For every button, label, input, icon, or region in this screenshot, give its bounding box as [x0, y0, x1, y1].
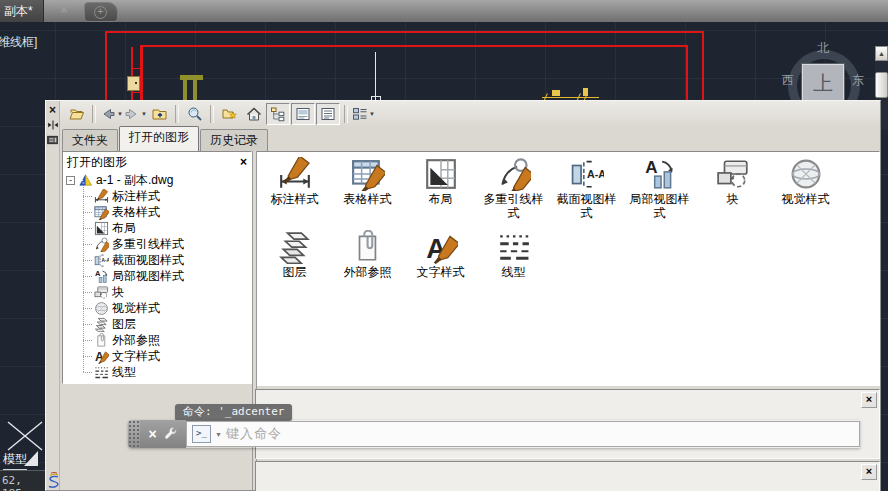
viewcube-top-face[interactable]: 上 [802, 64, 844, 103]
content-item-label[interactable]: 多重引线样式 [477, 192, 550, 220]
scrollbar-thumb[interactable] [875, 72, 888, 98]
description-toggle-button[interactable] [316, 103, 340, 125]
tree-item-visualstyle[interactable]: 视觉样式 [63, 300, 251, 316]
textstyle-icon [424, 230, 458, 264]
viewcube-north-label[interactable]: 北 [817, 40, 829, 57]
preview-pane-close-icon[interactable]: × [861, 392, 877, 408]
content-item-label[interactable]: 视觉样式 [779, 192, 833, 206]
content-item-visualstyle[interactable]: 视觉样式 [769, 157, 842, 220]
content-item-layer[interactable]: 图层 [258, 230, 331, 279]
home-button[interactable] [242, 103, 265, 125]
tab-history[interactable]: 历史记录 [200, 129, 268, 151]
tree-item-label[interactable]: 标注样式 [112, 188, 160, 205]
content-item-linetype[interactable]: 线型 [477, 230, 550, 279]
tree-item-linetype[interactable]: 线型 [63, 364, 251, 380]
home-icon [246, 106, 262, 122]
layout-tab-corner[interactable] [24, 451, 38, 466]
dropdown-arrow-icon[interactable]: ▼ [117, 111, 123, 117]
content-item-layout[interactable]: 布局 [404, 157, 477, 220]
content-item-label[interactable]: 块 [724, 192, 742, 206]
palette-title-strip[interactable]: × [46, 101, 60, 490]
tree-item-dimstyle[interactable]: 标注样式 [63, 188, 251, 204]
viewcube-east-label[interactable]: 东 [852, 72, 864, 89]
command-input[interactable]: >_ ▼ 键入命令 [186, 421, 860, 447]
palette-close-icon[interactable]: × [49, 105, 56, 116]
tree-item-label[interactable]: 块 [112, 284, 124, 301]
tree-item-label[interactable]: 文字样式 [112, 348, 160, 365]
tree-item-label[interactable]: 表格样式 [112, 204, 160, 221]
customize-wrench-icon[interactable] [164, 427, 178, 441]
model-tab[interactable]: 模型 [0, 448, 44, 470]
new-drawing-tab-button[interactable]: + [84, 2, 118, 22]
content-item-label[interactable]: 局部视图样式 [623, 192, 696, 220]
palette-properties-icon[interactable] [46, 134, 59, 146]
palette-autohide-icon[interactable] [47, 119, 59, 131]
tree-view-toggle-button[interactable] [266, 103, 290, 125]
scroll-up-icon[interactable]: ▲ [875, 46, 888, 61]
command-prompt-icon[interactable]: >_ [192, 425, 211, 443]
content-item-label[interactable]: 布局 [426, 192, 456, 206]
content-item-label[interactable]: 文字样式 [414, 265, 468, 279]
dropdown-arrow-icon[interactable]: ▼ [369, 111, 375, 117]
textstyle-icon [94, 349, 109, 364]
content-item-label[interactable]: 标注样式 [268, 192, 322, 206]
load-button[interactable] [65, 103, 88, 125]
back-button[interactable]: ▼ [100, 103, 123, 125]
tree-item-block[interactable]: 块 [63, 284, 251, 300]
tree-root-label[interactable]: a-1 - 副本.dwg [96, 172, 173, 189]
viewcube-west-label[interactable]: 西 [782, 72, 794, 89]
description-pane-close-icon[interactable]: × [861, 464, 877, 480]
tree-item-sectionstyle[interactable]: 截面视图样式 [63, 252, 251, 268]
command-bar-grip[interactable] [128, 420, 140, 448]
tab-folders[interactable]: 文件夹 [62, 129, 118, 151]
command-input-placeholder: 键入命令 [226, 425, 282, 443]
content-item-label[interactable]: 图层 [280, 265, 310, 279]
tree-item-label[interactable]: 多重引线样式 [112, 236, 184, 253]
preview-toggle-button[interactable] [291, 103, 315, 125]
content-item-label[interactable]: 表格样式 [341, 192, 395, 206]
tree-item-label[interactable]: 线型 [112, 364, 136, 381]
content-item-mleader[interactable]: 多重引线样式 [477, 157, 550, 220]
content-item-detailstyle[interactable]: 局部视图样式 [623, 157, 696, 220]
tree-item-label[interactable]: 布局 [112, 220, 136, 237]
content-item-label[interactable]: 线型 [499, 265, 529, 279]
tree-item-label[interactable]: 图层 [112, 316, 136, 333]
tree-expander-icon[interactable]: - [66, 176, 75, 185]
tree-item-detailstyle[interactable]: 局部视图样式 [63, 268, 251, 284]
drawing-line [143, 45, 688, 47]
viewport-style-label[interactable]: 维线框] [0, 34, 37, 51]
content-item-label[interactable]: 外部参照 [341, 265, 395, 279]
tab-close-icon[interactable]: × [56, 3, 72, 19]
tree-item-xref[interactable]: 外部参照 [63, 332, 251, 348]
tree-item-layer[interactable]: 图层 [63, 316, 251, 332]
content-item-dimstyle[interactable]: 标注样式 [258, 157, 331, 220]
drawing-line [702, 31, 704, 100]
tree-item-textstyle[interactable]: 文字样式 [63, 348, 251, 364]
tree-item-layout[interactable]: 布局 [63, 220, 251, 236]
tab-open-drawings[interactable]: 打开的图形 [119, 126, 199, 151]
tree-root-drawing[interactable]: - a-1 - 副本.dwg [63, 172, 251, 188]
views-button[interactable]: ▼ [352, 103, 375, 125]
tree-item-label[interactable]: 外部参照 [112, 332, 160, 349]
dropdown-arrow-icon[interactable]: ▼ [141, 111, 147, 117]
tree-item-label[interactable]: 视觉样式 [112, 300, 160, 317]
tree-item-label[interactable]: 截面视图样式 [112, 252, 184, 269]
up-button[interactable] [148, 103, 171, 125]
command-bar-close-icon[interactable]: × [148, 427, 156, 441]
content-item-block[interactable]: 块 [696, 157, 769, 220]
content-item-label[interactable]: 截面视图样式 [550, 192, 623, 220]
content-item-xref[interactable]: 外部参照 [331, 230, 404, 279]
content-item-textstyle[interactable]: 文字样式 [404, 230, 477, 279]
tree-panel-close-icon[interactable]: × [240, 155, 247, 169]
tree-item-label[interactable]: 局部视图样式 [112, 268, 184, 285]
tree-item-mleader[interactable]: 多重引线样式 [63, 236, 251, 252]
annotation-monitor-icon[interactable] [46, 471, 62, 489]
content-item-tablestyle[interactable]: 表格样式 [331, 157, 404, 220]
forward-button[interactable]: ▼ [124, 103, 147, 125]
file-tab-bar: 副本* × + [0, 0, 888, 23]
content-item-sectionstyle[interactable]: 截面视图样式 [550, 157, 623, 220]
favorites-button[interactable] [218, 103, 241, 125]
search-button[interactable] [183, 103, 206, 125]
recent-commands-dropdown-icon[interactable]: ▼ [215, 431, 222, 438]
tree-item-tablestyle[interactable]: 表格样式 [63, 204, 251, 220]
